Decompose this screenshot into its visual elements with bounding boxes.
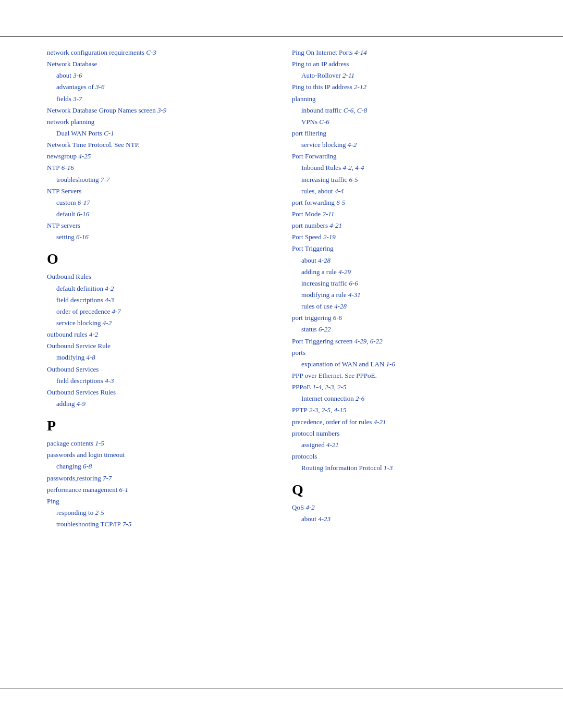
index-link[interactable]: troubleshooting <box>56 176 99 183</box>
index-link[interactable]: planning <box>292 95 316 103</box>
index-link[interactable]: passwords,restoring <box>47 474 101 482</box>
index-link[interactable]: outbound rules <box>47 330 88 338</box>
index-item: troubleshooting TCP/IP 7-5 <box>47 519 271 529</box>
index-link[interactable]: explanation of WAN and LAN <box>301 360 384 368</box>
index-item: Inbound Rules 4-2, 4-4 <box>292 163 516 173</box>
index-link[interactable]: network planning <box>47 118 94 126</box>
index-link[interactable]: newsgroup <box>47 152 77 160</box>
index-link[interactable]: PPP over Ethernet. See PPPoE. <box>292 372 377 379</box>
index-link[interactable]: modifying <box>56 353 84 361</box>
index-link[interactable]: performance management <box>47 486 117 493</box>
index-link[interactable]: NTP Servers <box>47 187 81 195</box>
index-link[interactable]: Ping to this IP address <box>292 83 352 91</box>
index-link[interactable]: increasing traffic <box>301 279 347 287</box>
index-link[interactable]: protocols <box>292 452 317 460</box>
index-link[interactable]: about <box>56 71 71 79</box>
index-link[interactable]: Outbound Service Rule <box>47 342 111 350</box>
index-link[interactable]: VPNs <box>301 118 317 126</box>
index-item: assigned 4-21 <box>292 440 516 450</box>
page-ref: 6-6 <box>331 314 342 322</box>
index-link[interactable]: PPTP <box>292 406 308 414</box>
index-link[interactable]: Port Speed <box>292 233 322 241</box>
index-item: inbound traffic C-6, C-8 <box>292 105 516 116</box>
index-link[interactable]: rules of use <box>301 302 333 310</box>
index-item: about 4-28 <box>292 255 516 266</box>
index-link[interactable]: adding <box>56 400 75 408</box>
index-item: PPP over Ethernet. See PPPoE. <box>292 371 516 381</box>
index-link[interactable]: protocol numbers <box>292 429 339 437</box>
index-link[interactable]: Port Triggering <box>292 244 334 252</box>
index-link[interactable]: about <box>301 515 316 523</box>
index-link[interactable]: Outbound Services Rules <box>47 388 116 396</box>
page-ref: 2-11 <box>321 210 334 218</box>
page-ref: 4-2, 4-4 <box>341 164 364 171</box>
index-link[interactable]: Port Mode <box>292 210 321 218</box>
index-item: network planning <box>47 117 271 127</box>
page-ref: 4-2 <box>346 141 357 149</box>
index-link[interactable]: service blocking <box>301 141 346 149</box>
index-link[interactable]: Routing Information Protocol <box>301 464 382 472</box>
index-link[interactable]: order of precedence <box>56 307 110 315</box>
index-link[interactable]: modifying a rule <box>301 291 347 299</box>
index-item: Network Time Protocol. See NTP. <box>47 140 271 150</box>
index-item: network configuration requirements C-3 <box>47 47 271 58</box>
index-item: Outbound Rules <box>47 272 271 282</box>
index-link[interactable]: Dual WAN Ports <box>56 129 102 137</box>
index-link[interactable]: passwords and login timeout <box>47 451 125 459</box>
index-link[interactable]: network configuration requirements <box>47 48 144 56</box>
index-link[interactable]: field descriptions <box>56 296 103 304</box>
index-link[interactable]: Ping <box>47 497 59 505</box>
index-link[interactable]: PPPoE <box>292 383 311 391</box>
index-link[interactable]: service blocking <box>56 319 101 327</box>
index-link[interactable]: package contents <box>47 439 93 447</box>
index-item: explanation of WAN and LAN 1-6 <box>292 359 516 369</box>
index-link[interactable]: Outbound Services <box>47 365 99 373</box>
index-link[interactable]: assigned <box>301 441 325 449</box>
index-link[interactable]: rules, about <box>301 187 333 195</box>
index-link[interactable]: NTP servers <box>47 221 80 229</box>
index-link[interactable]: Network Database Group Names screen <box>47 106 156 114</box>
index-link[interactable]: inbound traffic <box>301 106 341 114</box>
index-link[interactable]: port filtering <box>292 129 326 137</box>
page-ref: 6-6 <box>347 279 358 287</box>
index-link[interactable]: changing <box>56 462 81 470</box>
index-link[interactable]: field descriptions <box>56 377 103 385</box>
index-link[interactable]: Port Forwarding <box>292 152 337 160</box>
index-link[interactable]: setting <box>56 233 75 241</box>
page-ref: 2-11 <box>341 71 354 79</box>
index-link[interactable]: precedence, order of for rules <box>292 418 372 426</box>
index-link[interactable]: default <box>56 210 75 218</box>
index-link[interactable]: fields <box>56 95 71 103</box>
index-link[interactable]: Auto-Rollover <box>301 71 341 79</box>
index-link[interactable]: status <box>301 325 317 333</box>
index-link[interactable]: QoS <box>292 503 304 511</box>
index-link[interactable]: advantages of <box>56 83 94 91</box>
index-link[interactable]: Internet connection <box>301 394 354 402</box>
index-link[interactable]: Ping to an IP address <box>292 60 349 68</box>
page-ref: 6-17 <box>76 199 90 206</box>
page-ref: C-1 <box>102 129 114 137</box>
index-link[interactable]: port triggering <box>292 314 331 322</box>
index-link[interactable]: Network Database <box>47 60 97 68</box>
index-link[interactable]: Network Time Protocol. See NTP. <box>47 141 140 149</box>
index-link[interactable]: NTP <box>47 164 60 171</box>
index-link[interactable]: ports <box>292 349 305 356</box>
page-ref: 7-7 <box>99 176 110 183</box>
index-link[interactable]: increasing traffic <box>301 176 347 183</box>
index-link[interactable]: Port Triggering screen <box>292 337 352 345</box>
left-column: network configuration requirements C-3Ne… <box>47 47 271 529</box>
index-link[interactable]: Ping On Internet Ports <box>292 48 353 56</box>
index-link[interactable]: default definition <box>56 285 103 292</box>
index-link[interactable]: responding to <box>56 509 93 516</box>
index-link[interactable]: port forwarding <box>292 199 335 206</box>
index-link[interactable]: adding a rule <box>301 268 337 276</box>
index-link[interactable]: custom <box>56 199 76 206</box>
index-link[interactable]: port numbers <box>292 221 328 229</box>
index-link[interactable]: Inbound Rules <box>301 164 341 171</box>
index-link[interactable]: Outbound Rules <box>47 273 91 280</box>
index-link[interactable]: troubleshooting TCP/IP <box>56 520 121 528</box>
index-item: Port Forwarding <box>292 151 516 162</box>
index-link[interactable]: about <box>301 256 316 264</box>
page-ref: 2-3, 2-5, 4-15 <box>308 406 347 414</box>
index-item: Dual WAN Ports C-1 <box>47 128 271 139</box>
